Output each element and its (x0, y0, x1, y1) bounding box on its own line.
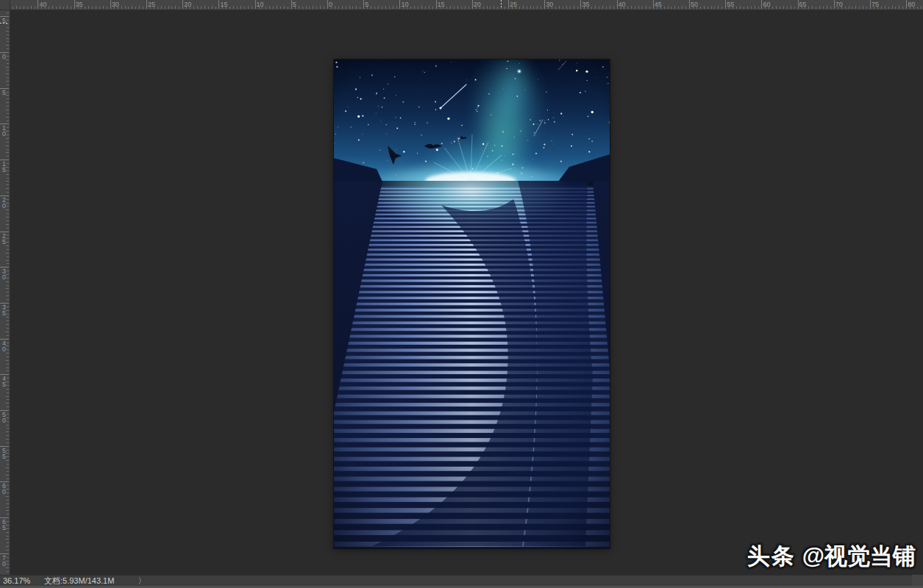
ruler-tick (6, 117, 9, 118)
ruler-tick (335, 6, 335, 9)
ruler-tick (299, 6, 299, 9)
ruler-tick (186, 7, 187, 9)
ruler-tick (6, 282, 9, 282)
ruler-tick (6, 439, 9, 440)
ruler-tick (808, 7, 809, 9)
ruler-tick (888, 7, 889, 9)
status-expander-icon[interactable]: 〉 (138, 576, 146, 587)
ruler-tick (6, 331, 9, 332)
ruler-tick (7, 63, 9, 64)
ruler-tick (7, 292, 9, 293)
ruler-tick (910, 7, 910, 9)
ruler-tick (295, 7, 296, 9)
ruler-tick (671, 7, 671, 9)
ruler-origin-box[interactable] (0, 0, 10, 10)
ruler-tick (544, 0, 545, 9)
ruler-tick (570, 7, 571, 9)
ruler-tick (7, 320, 9, 321)
ruler-tick (895, 7, 896, 9)
ruler-tick (7, 263, 9, 264)
ruler-tick (736, 7, 737, 9)
ruler-tick (855, 6, 856, 9)
ruler-tick (414, 6, 415, 9)
ruler-tick (6, 152, 9, 153)
ruler-tick (892, 6, 893, 9)
ruler-tick (6, 503, 9, 504)
ruler-tick (6, 317, 9, 318)
ruler-tick (171, 7, 172, 9)
ruler-tick (559, 6, 560, 9)
ruler-tick (7, 485, 9, 486)
ruler-tick (421, 6, 422, 9)
ruler-tick (20, 7, 21, 9)
ruler-tick (7, 228, 9, 229)
resize-grip[interactable] (912, 575, 923, 586)
ruler-tick (49, 7, 49, 9)
ruler-tick (744, 7, 744, 9)
canvas-area[interactable] (10, 10, 923, 575)
ruler-tick (721, 7, 722, 9)
ruler-tick (512, 7, 513, 9)
ruler-tick (7, 550, 9, 551)
ruler-tick (71, 7, 71, 9)
ruler-tick (352, 7, 353, 9)
ruler-tick (588, 6, 588, 9)
ruler-tick (396, 7, 397, 9)
ruler-tick (6, 567, 9, 568)
ruler-tick (74, 0, 75, 9)
ruler-tick (190, 6, 190, 9)
ruler-tick (6, 38, 9, 39)
ruler-tick (273, 7, 274, 9)
ruler-tick (497, 7, 498, 9)
ruler-tick (631, 6, 632, 9)
ruler-tick (6, 60, 9, 60)
ruler-tick (7, 70, 9, 71)
ruler-tick (135, 7, 136, 9)
ruler-tick (595, 6, 596, 9)
ruler-tick (530, 6, 531, 9)
ruler-tick (7, 557, 9, 558)
ruler-tick (747, 6, 748, 9)
ruler-tick (13, 7, 13, 9)
ruler-tick (852, 7, 852, 9)
ruler-tick (7, 450, 9, 451)
ruler-tick (7, 113, 9, 114)
ruler-tick (617, 0, 618, 9)
ruler-tick (6, 389, 9, 390)
ruler-tick (6, 453, 9, 453)
ruler-tick (548, 7, 549, 9)
ruler-tick (7, 199, 9, 200)
ruler-tick (7, 492, 9, 493)
ruler-tick (425, 7, 426, 9)
ruler-tick (7, 349, 9, 350)
ruler-tick (7, 135, 9, 135)
horizontal-ruler[interactable]: 4035302520151050510152025303540455055606… (10, 0, 923, 10)
ruler-tick (6, 460, 9, 461)
ruler-tick (7, 257, 9, 257)
ruler-tick (259, 7, 260, 9)
vertical-ruler[interactable]: 5051 01 52 02 53 03 54 04 55 05 56 06 57… (0, 10, 10, 575)
zoom-level-field[interactable]: 36.17% (3, 576, 40, 585)
ruler-tick (24, 6, 24, 9)
ruler-tick (740, 6, 741, 9)
document-canvas[interactable] (334, 60, 610, 548)
ruler-tick (63, 7, 64, 9)
ruler-tick (154, 6, 154, 9)
ruler-tick (599, 7, 599, 9)
ruler-tick (6, 188, 9, 189)
ruler-tick (899, 6, 899, 9)
ruler-tick (222, 7, 223, 9)
ruler-tick (7, 285, 9, 286)
ruler-tick (7, 35, 9, 35)
ruler-tick (7, 171, 9, 171)
ruler-tick (580, 0, 581, 9)
ruler-tick (700, 7, 701, 9)
ruler-tick (436, 0, 437, 9)
ruler-tick (284, 6, 285, 9)
ruler-tick (765, 7, 766, 9)
ruler-tick (7, 378, 9, 379)
ruler-tick (6, 546, 9, 547)
ruler-tick (6, 224, 9, 225)
ruler-tick (7, 178, 9, 179)
ruler-tick (443, 6, 443, 9)
